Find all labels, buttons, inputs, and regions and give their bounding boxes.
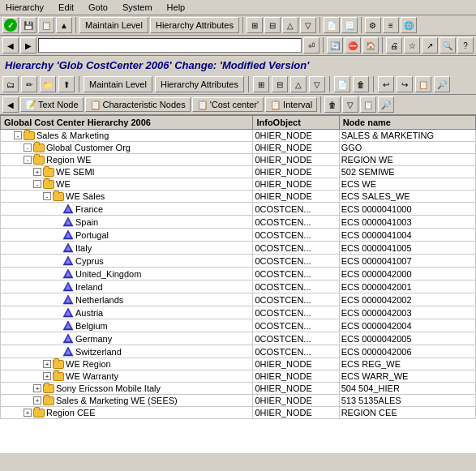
nav-back-btn[interactable]: ◀ bbox=[2, 37, 19, 54]
t2b1[interactable]: ⊞ bbox=[253, 76, 269, 92]
refresh-btn[interactable]: 🔄 bbox=[327, 37, 343, 54]
node-label: Austria bbox=[75, 308, 103, 318]
hier-attr-btn2[interactable]: Hierarchy Attributes bbox=[155, 76, 244, 92]
collapse-icon[interactable]: - bbox=[24, 156, 32, 164]
grid2-btn[interactable]: ⊟ bbox=[264, 17, 281, 33]
table-row[interactable]: +WE SEMI0HIER_NODE502 SEMIWE bbox=[1, 166, 476, 178]
tool4-btn[interactable]: ⬆ bbox=[58, 76, 75, 92]
tool2-btn[interactable]: ✏ bbox=[21, 76, 37, 92]
tab-search-btn[interactable]: 🔎 bbox=[378, 96, 394, 113]
tab-filter-btn[interactable]: ▽ bbox=[342, 96, 358, 113]
expand-icon[interactable]: + bbox=[43, 372, 51, 380]
tool3-btn[interactable]: 📁 bbox=[40, 76, 56, 92]
table-row[interactable]: Germany0COSTCEN...ECS 0000042005 bbox=[1, 332, 476, 345]
collapse-icon[interactable]: - bbox=[14, 131, 22, 139]
table-row[interactable]: Cyprus0COSTCEN...ECS 0000041007 bbox=[1, 255, 476, 268]
table-row[interactable]: +WE Warranty0HIER_NODEECS WARR_WE bbox=[1, 370, 476, 383]
menu-hierarchy[interactable]: Hierarchy bbox=[3, 2, 46, 13]
tab-characteristic-nodes[interactable]: 📋 Characteristic Nodes bbox=[85, 97, 191, 112]
toolbar-row2: 🗂 ✏ 📁 ⬆ Maintain Level Hierarchy Attribu… bbox=[0, 75, 476, 95]
table-row[interactable]: Ireland0COSTCEN...ECS 0000042001 bbox=[1, 280, 476, 293]
t2b3[interactable]: △ bbox=[290, 76, 307, 92]
menu-goto[interactable]: Goto bbox=[86, 2, 110, 13]
tree-spacer bbox=[53, 257, 61, 265]
table-row[interactable]: +Region CEE0HIER_NODEREGION CEE bbox=[1, 407, 476, 419]
doc-btn[interactable]: 📄 bbox=[324, 17, 340, 33]
print-btn[interactable]: 🖨 bbox=[386, 37, 402, 54]
address-input[interactable] bbox=[38, 38, 302, 53]
home-btn[interactable]: 🏠 bbox=[362, 37, 379, 54]
t2b8[interactable]: ↪ bbox=[397, 76, 413, 92]
menu-system[interactable]: System bbox=[120, 2, 155, 13]
nav2-btn[interactable]: 🗂 bbox=[2, 76, 19, 92]
folder-icon bbox=[43, 384, 54, 393]
stop-btn[interactable]: ⛔ bbox=[345, 37, 361, 54]
world-btn[interactable]: 🌐 bbox=[401, 17, 417, 33]
info-object-cell: 0COSTCEN... bbox=[253, 332, 339, 345]
nav-forward-btn[interactable]: ▶ bbox=[20, 37, 36, 54]
tab-del-btn[interactable]: 🗑 bbox=[324, 96, 341, 113]
find-btn[interactable]: 🔍 bbox=[440, 37, 456, 54]
table-row[interactable]: Netherlands0COSTCEN...ECS 0000042002 bbox=[1, 293, 476, 306]
green-check-btn[interactable]: ✓ bbox=[2, 17, 19, 33]
collapse-icon[interactable]: - bbox=[33, 180, 41, 188]
table-row[interactable]: United_Kingdom0COSTCEN...ECS 0000042000 bbox=[1, 268, 476, 280]
tab-interval[interactable]: 📋 Interval bbox=[265, 97, 317, 112]
help-btn[interactable]: ? bbox=[457, 37, 474, 54]
table-row[interactable]: +WE Region0HIER_NODEECS REG_WE bbox=[1, 358, 476, 370]
save-btn[interactable]: 💾 bbox=[20, 17, 36, 33]
expand-icon[interactable]: + bbox=[33, 168, 41, 176]
tab-nav-btn[interactable]: ◀ bbox=[2, 96, 19, 113]
maintain-level-btn[interactable]: Maintain Level bbox=[79, 17, 148, 33]
up-btn[interactable]: ▲ bbox=[56, 17, 72, 33]
hierarchy-attributes-btn[interactable]: Hierarchy Attributes bbox=[150, 17, 239, 33]
table-row[interactable]: -Region WE0HIER_NODEREGION WE bbox=[1, 154, 476, 166]
t2b6[interactable]: 🗑 bbox=[353, 76, 369, 92]
table-row[interactable]: -WE Sales0HIER_NODEECS SALES_WE bbox=[1, 191, 476, 203]
copy-btn[interactable]: 📋 bbox=[38, 17, 54, 33]
t2b10[interactable]: 🔎 bbox=[434, 76, 450, 92]
table-row[interactable]: +Sony Ericsson Mobile Italy0HIER_NODE504… bbox=[1, 383, 476, 395]
more-btn[interactable]: ≡ bbox=[383, 17, 399, 33]
tab-text-node[interactable]: 📝 Text Node bbox=[20, 97, 84, 112]
menu-help[interactable]: Help bbox=[165, 2, 188, 13]
tree-cell: Portugal bbox=[1, 229, 253, 242]
expand-icon[interactable]: + bbox=[43, 360, 51, 368]
tab-cost-center[interactable]: 📋 'Cost center' bbox=[192, 97, 264, 112]
table-row[interactable]: -Sales & Marketing0HIER_NODESALES & MARK… bbox=[1, 130, 476, 142]
info-object-cell: 0HIER_NODE bbox=[253, 383, 339, 395]
table-row[interactable]: -WE0HIER_NODEECS WE bbox=[1, 178, 476, 191]
address-go-btn[interactable]: ⏎ bbox=[303, 37, 319, 54]
maintain-level-btn2[interactable]: Maintain Level bbox=[84, 76, 152, 92]
grid-btn[interactable]: ⊞ bbox=[247, 17, 263, 33]
t2b2[interactable]: ⊟ bbox=[272, 76, 288, 92]
export-btn[interactable]: ↗ bbox=[422, 37, 438, 54]
settings-btn[interactable]: ⚙ bbox=[365, 17, 381, 33]
expand-icon[interactable]: + bbox=[33, 384, 41, 392]
collapse-icon[interactable]: - bbox=[24, 143, 32, 152]
table-row[interactable]: Portugal0COSTCEN...ECS 0000041004 bbox=[1, 229, 476, 242]
table-row[interactable]: Belgium0COSTCEN...ECS 0000042004 bbox=[1, 319, 476, 332]
table-row[interactable]: Switzerland0COSTCEN...ECS 0000042006 bbox=[1, 345, 476, 358]
expand-icon[interactable]: + bbox=[33, 396, 41, 405]
expand-icon[interactable]: + bbox=[24, 409, 32, 417]
table-row[interactable]: -Global Customer Org0HIER_NODEGGO bbox=[1, 142, 476, 154]
menu-edit[interactable]: Edit bbox=[56, 2, 76, 13]
collapse-icon[interactable]: - bbox=[43, 192, 51, 200]
fav-btn[interactable]: ☆ bbox=[404, 37, 420, 54]
tab-copy-btn[interactable]: 📋 bbox=[360, 96, 376, 113]
table-row[interactable]: France0COSTCEN...ECS 0000041000 bbox=[1, 203, 476, 216]
expand-btn[interactable]: △ bbox=[282, 17, 298, 33]
table-row[interactable]: +Sales & Marketing WE (SEES)0HIER_NODE51… bbox=[1, 395, 476, 407]
table-row[interactable]: Austria0COSTCEN...ECS 0000042003 bbox=[1, 306, 476, 319]
t2b7[interactable]: ↩ bbox=[378, 76, 394, 92]
t2b5[interactable]: 📄 bbox=[334, 76, 350, 92]
table-row[interactable]: Spain0COSTCEN...ECS 0000041003 bbox=[1, 216, 476, 229]
table-row[interactable]: Italy0COSTCEN...ECS 0000041005 bbox=[1, 242, 476, 255]
tree-cell: +Sony Ericsson Mobile Italy bbox=[1, 383, 253, 395]
collapse-btn[interactable]: ▽ bbox=[300, 17, 316, 33]
t2b4[interactable]: ▽ bbox=[309, 76, 325, 92]
t2b9[interactable]: 📋 bbox=[415, 76, 431, 92]
doc2-btn[interactable]: 📃 bbox=[341, 17, 358, 33]
tree-cell: Cyprus bbox=[1, 255, 253, 268]
